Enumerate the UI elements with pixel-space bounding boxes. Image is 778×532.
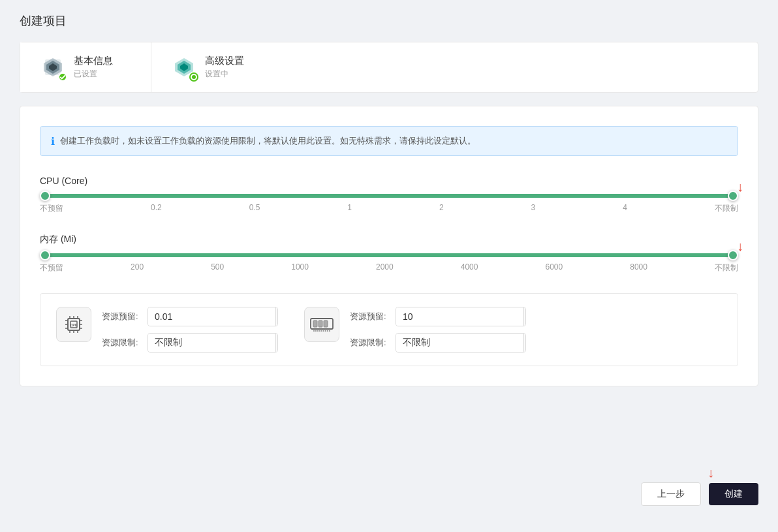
mem-tick-0: 不预留 (40, 262, 63, 274)
memory-slider-track-container[interactable] (40, 253, 738, 257)
cpu-slider-thumb-right[interactable] (728, 191, 738, 201)
info-text: 创建工作负载时，如未设置工作负载的资源使用限制，将默认使用此设置。如无特殊需求，… (60, 134, 476, 148)
mem-tick-2: 500 (211, 262, 224, 274)
cpu-reserve-unit: Core (275, 307, 278, 326)
step-advanced-name: 高级设置 (205, 55, 244, 67)
page-container: 创建项目 基本信息 已设置 (0, 0, 778, 532)
svg-rect-25 (324, 321, 328, 327)
mem-tick-5: 4000 (461, 262, 478, 274)
memory-resource-fields: 资源预留: Mi 资源限制: Mi (350, 307, 526, 352)
memory-reserve-label: 资源预留: (350, 311, 389, 322)
cpu-tick-2: 0.5 (249, 203, 260, 214)
step-basic[interactable]: 基本信息 已设置 (20, 42, 151, 92)
cpu-reserve-label: 资源预留: (102, 311, 141, 322)
svg-text:CPU: CPU (70, 323, 78, 327)
memory-icon-box (304, 307, 339, 342)
cpu-tick-7: 不限制 (715, 203, 738, 214)
memory-limit-label: 资源限制: (350, 337, 389, 349)
cpu-limit-unit: Core (275, 334, 278, 352)
memory-reserve-input-group[interactable]: Mi (396, 307, 526, 326)
cpu-slider-track-container[interactable] (40, 194, 738, 198)
memory-reserve-row: 资源预留: Mi (350, 307, 526, 326)
mem-tick-1: 200 (131, 262, 144, 274)
mem-tick-3: 1000 (291, 262, 309, 274)
step-basic-icon (40, 54, 66, 80)
resource-section: CPU 资源预留: Core 资源限制: (40, 293, 738, 366)
cpu-tick-5: 3 (531, 203, 536, 214)
cpu-limit-label: 资源限制: (102, 337, 141, 349)
cpu-tick-0: 不预留 (40, 203, 63, 214)
memory-limit-input[interactable] (396, 334, 523, 352)
memory-slider-section: 内存 (Mi) ↓ 不预留 200 500 1000 2000 4000 600 (40, 234, 738, 274)
memory-slider-ticks: 不预留 200 500 1000 2000 4000 6000 8000 不限制 (40, 262, 738, 274)
steps-container: 基本信息 已设置 高级设置 设置中 (20, 42, 758, 93)
step-advanced-status: 设置中 (205, 69, 244, 80)
memory-chip-icon (309, 313, 334, 336)
memory-reserve-input[interactable] (396, 307, 523, 326)
cpu-resource-group: CPU 资源预留: Core 资源限制: (56, 307, 278, 352)
step-advanced-icon (171, 54, 197, 80)
main-content: ℹ 创建工作负载时，如未设置工作负载的资源使用限制，将默认使用此设置。如无特殊需… (20, 106, 758, 386)
cpu-slider-track (41, 194, 737, 198)
memory-arrow-indicator: ↓ (737, 239, 743, 254)
svg-rect-23 (313, 321, 317, 327)
step-basic-text: 基本信息 已设置 (74, 55, 113, 80)
create-arrow-indicator: ↓ (708, 465, 714, 480)
memory-resource-group: 资源预留: Mi 资源限制: Mi (304, 307, 526, 352)
cpu-reserve-row: 资源预留: Core (102, 307, 278, 326)
memory-limit-input-group[interactable]: Mi (396, 333, 526, 352)
cpu-arrow-indicator: ↓ (737, 180, 743, 195)
cpu-slider-thumb-left[interactable] (40, 191, 50, 201)
step-advanced-text: 高级设置 设置中 (205, 55, 244, 80)
prev-button[interactable]: 上一步 (641, 482, 701, 506)
cpu-slider-label: CPU (Core) (40, 176, 738, 186)
memory-slider-track (41, 253, 737, 257)
info-icon: ℹ (51, 135, 55, 148)
cpu-limit-input-group[interactable]: Core (148, 333, 278, 352)
cpu-chip-icon: CPU (63, 313, 85, 336)
cpu-tick-4: 2 (439, 203, 444, 214)
step-advanced-badge (189, 72, 198, 82)
cpu-limit-row: 资源限制: Core (102, 333, 278, 352)
mem-tick-7: 8000 (630, 262, 647, 274)
cpu-limit-input[interactable] (148, 334, 275, 352)
cpu-icon-box: CPU (56, 307, 91, 342)
step-advanced[interactable]: 高级设置 设置中 (151, 42, 282, 92)
cpu-tick-3: 1 (347, 203, 352, 214)
memory-slider-thumb-left[interactable] (40, 250, 50, 260)
cpu-reserve-input[interactable] (148, 307, 275, 326)
page-title: 创建项目 (20, 13, 758, 29)
memory-slider-thumb-right[interactable] (728, 250, 738, 260)
svg-rect-24 (319, 321, 322, 327)
memory-limit-unit: Mi (523, 334, 526, 352)
cpu-tick-1: 0.2 (151, 203, 162, 214)
step-basic-status: 已设置 (74, 69, 113, 80)
footer-actions: ↓ 上一步 创建 (641, 482, 758, 506)
memory-slider-label: 内存 (Mi) (40, 234, 738, 245)
cpu-slider-ticks: 不预留 0.2 0.5 1 2 3 4 不限制 (40, 203, 738, 214)
cpu-resource-fields: 资源预留: Core 资源限制: Core (102, 307, 278, 352)
mem-tick-6: 6000 (545, 262, 563, 274)
cpu-reserve-input-group[interactable]: Core (148, 307, 278, 326)
mem-tick-4: 2000 (376, 262, 394, 274)
create-button[interactable]: 创建 (709, 483, 758, 505)
info-box: ℹ 创建工作负载时，如未设置工作负载的资源使用限制，将默认使用此设置。如无特殊需… (40, 126, 738, 156)
cpu-tick-6: 4 (623, 203, 627, 214)
step-basic-badge (58, 72, 67, 82)
step-basic-name: 基本信息 (74, 55, 113, 67)
memory-reserve-unit: Mi (523, 307, 526, 326)
mem-tick-8: 不限制 (715, 262, 738, 274)
cpu-slider-section: CPU (Core) ↓ 不预留 0.2 0.5 1 2 3 4 (40, 176, 738, 214)
memory-limit-row: 资源限制: Mi (350, 333, 526, 352)
